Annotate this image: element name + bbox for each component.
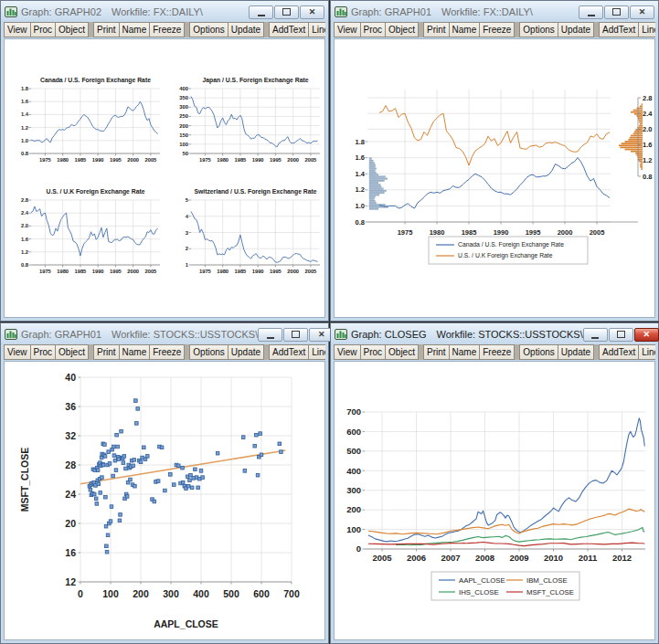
toolbar-button-view[interactable]: View [4, 344, 31, 360]
svg-text:32: 32 [65, 430, 76, 441]
svg-text:Japan / U.S. Foreign Exchange: Japan / U.S. Foreign Exchange Rate [203, 77, 309, 84]
minimize-button[interactable] [249, 5, 273, 19]
toolbar-button-name[interactable]: Name [449, 344, 481, 360]
minimize-button[interactable] [583, 328, 608, 342]
close-button[interactable]: ✕ [630, 5, 654, 19]
toolbar-button-update[interactable]: Update [228, 344, 264, 360]
maximize-button[interactable] [283, 328, 308, 342]
toolbar-button-view[interactable]: View [334, 344, 361, 360]
toolbar-button-options[interactable]: Options [189, 22, 228, 37]
close-button[interactable]: ✕ [300, 5, 324, 19]
svg-text:1995: 1995 [110, 269, 122, 274]
window-graph02-fx[interactable]: Graph: GRAPH02 Workfile: FX::DAILY\ ✕ Vi… [0, 0, 329, 322]
svg-text:500: 500 [346, 446, 361, 456]
toolbar-button-addtext[interactable]: AddText [269, 22, 309, 37]
close-button[interactable]: ✕ [634, 328, 659, 342]
svg-text:2.4: 2.4 [21, 210, 29, 216]
svg-text:0.8: 0.8 [643, 173, 652, 181]
toolbar-button-print[interactable]: Print [93, 344, 120, 360]
svg-text:2006: 2006 [407, 553, 426, 563]
svg-text:1: 1 [186, 262, 189, 268]
window-graph01-fx[interactable]: Graph: GRAPH01 Workfile: FX::DAILY\ ✕ Vi… [330, 0, 659, 322]
svg-text:36: 36 [65, 401, 76, 412]
svg-text:1.8: 1.8 [356, 138, 365, 146]
toolbar-button-addtext[interactable]: AddText [269, 344, 309, 360]
window-closeg[interactable]: Graph: CLOSEG Workfile: STOCKS::USSTOCKS… [330, 322, 659, 644]
toolbar-button-proc[interactable]: Proc [30, 344, 57, 360]
svg-text:IBM_CLOSE: IBM_CLOSE [526, 576, 568, 585]
toolbar-button-object[interactable]: Object [385, 22, 419, 37]
close-icon: ✕ [643, 331, 650, 339]
svg-text:2000: 2000 [558, 228, 573, 237]
maximize-button[interactable] [274, 5, 299, 19]
toolbar-button-view[interactable]: View [4, 22, 31, 37]
toolbar-button-object[interactable]: Object [55, 22, 89, 37]
titlebar[interactable]: Graph: GRAPH01 Workfile: STOCKS::USSTOCK… [4, 325, 325, 343]
svg-text:2005: 2005 [304, 269, 317, 274]
toolbar-button-name[interactable]: Name [119, 22, 151, 37]
svg-text:700: 700 [283, 588, 300, 599]
svg-text:1.2: 1.2 [356, 185, 365, 194]
toolbar-button-addtext[interactable]: AddText [599, 22, 639, 37]
toolbar-button-update[interactable]: Update [558, 344, 594, 360]
toolbar-button-print[interactable]: Print [93, 22, 120, 37]
minimize-button[interactable] [579, 5, 603, 19]
svg-text:1995: 1995 [526, 228, 541, 237]
japan-fx-chart: 1975198019851990199520002005501001502002… [168, 74, 325, 184]
toolbar-button-line-shade[interactable]: Line/Shade [638, 22, 655, 37]
toolbar-button-addtext[interactable]: AddText [599, 344, 639, 360]
svg-text:1980: 1980 [217, 269, 229, 274]
toolbar-button-options[interactable]: Options [189, 344, 228, 360]
minimize-icon [258, 15, 265, 16]
toolbar-button-print[interactable]: Print [423, 22, 450, 37]
svg-text:400: 400 [179, 86, 188, 91]
toolbar-button-view[interactable]: View [334, 22, 361, 37]
minimize-icon [591, 337, 599, 339]
toolbar-button-print[interactable]: Print [423, 344, 450, 360]
toolbar-button-options[interactable]: Options [519, 344, 558, 360]
svg-text:U.S. / U.K Foreign Exchange Ra: U.S. / U.K Foreign Exchange Rate [46, 188, 144, 195]
svg-text:2012: 2012 [612, 553, 632, 563]
toolbar-button-update[interactable]: Update [228, 22, 264, 37]
window-title: Graph: CLOSEG [351, 329, 427, 340]
svg-text:1985: 1985 [234, 157, 247, 163]
window-graph01-stocks[interactable]: Graph: GRAPH01 Workfile: STOCKS::USSTOCK… [0, 322, 329, 644]
toolbar-button-proc[interactable]: Proc [30, 22, 57, 37]
toolbar-button-line-shade[interactable]: Line/Shade [308, 344, 325, 360]
titlebar[interactable]: Graph: CLOSEG Workfile: STOCKS::USSTOCKS… [334, 325, 655, 343]
svg-text:2.8: 2.8 [643, 94, 652, 102]
graph-client-area: 2005200620072008200920102011201201002003… [334, 361, 655, 640]
graph-icon [5, 329, 17, 340]
toolbar: ViewProcObjectPrintNameFreezeOptionsUpda… [4, 22, 325, 37]
toolbar-button-line-shade[interactable]: Line/Shade [638, 344, 655, 360]
svg-text:400: 400 [346, 466, 361, 476]
toolbar-button-proc[interactable]: Proc [360, 344, 387, 360]
toolbar-button-name[interactable]: Name [449, 22, 481, 37]
toolbar-button-freeze[interactable]: Freeze [149, 22, 185, 37]
svg-text:1.2: 1.2 [21, 125, 28, 131]
maximize-icon [292, 331, 300, 338]
toolbar-button-name[interactable]: Name [119, 344, 151, 360]
toolbar-button-proc[interactable]: Proc [360, 22, 387, 37]
maximize-button[interactable] [609, 328, 633, 342]
svg-text:1985: 1985 [462, 228, 477, 237]
toolbar-button-options[interactable]: Options [519, 22, 558, 37]
toolbar-button-freeze[interactable]: Freeze [479, 344, 515, 360]
toolbar-button-object[interactable]: Object [55, 344, 89, 360]
svg-text:4: 4 [186, 214, 189, 219]
svg-text:2005: 2005 [304, 157, 317, 163]
toolbar: ViewProcObjectPrintNameFreezeOptionsUpda… [334, 344, 655, 360]
toolbar-button-update[interactable]: Update [558, 22, 594, 37]
maximize-button[interactable] [604, 5, 629, 19]
titlebar[interactable]: Graph: GRAPH01 Workfile: FX::DAILY\ ✕ [334, 3, 655, 21]
svg-text:100: 100 [346, 524, 361, 534]
titlebar[interactable]: Graph: GRAPH02 Workfile: FX::DAILY\ ✕ [4, 3, 325, 21]
svg-text:1980: 1980 [217, 157, 229, 163]
toolbar-button-freeze[interactable]: Freeze [149, 344, 185, 360]
toolbar-button-freeze[interactable]: Freeze [479, 22, 515, 37]
toolbar-button-object[interactable]: Object [385, 344, 419, 360]
toolbar-button-line-shade[interactable]: Line/Shade [308, 22, 325, 37]
svg-text:350: 350 [179, 95, 188, 100]
minimize-button[interactable] [258, 328, 282, 342]
svg-text:2000: 2000 [287, 269, 299, 274]
